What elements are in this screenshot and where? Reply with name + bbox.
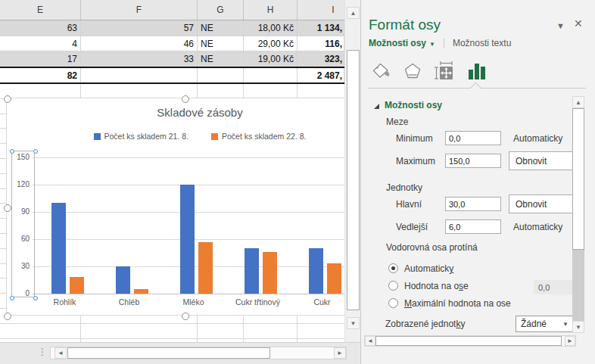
scroll-down-icon[interactable]: ▼ bbox=[572, 321, 584, 333]
scroll-right-icon[interactable]: ► bbox=[334, 347, 346, 359]
minor-unit-input[interactable] bbox=[445, 219, 501, 234]
scroll-up-icon[interactable]: ▲ bbox=[572, 96, 584, 108]
sheet-bottom-bar: ⋮ ◄ ► bbox=[0, 342, 361, 364]
x-axis-category-label[interactable]: Chléb bbox=[98, 297, 161, 306]
cell[interactable]: 29,00 Kč bbox=[244, 36, 298, 51]
cell[interactable]: 1 134, bbox=[298, 20, 344, 36]
chart-selection-handle[interactable] bbox=[4, 204, 11, 212]
major-unit-reset-button[interactable]: Obnovit bbox=[509, 194, 573, 213]
cell[interactable]: 63 bbox=[0, 20, 81, 36]
chart-selection-handle[interactable] bbox=[4, 95, 11, 103]
bar-Chléb-series1[interactable] bbox=[116, 266, 130, 294]
column-header-H[interactable]: H bbox=[244, 0, 298, 20]
column-header-E[interactable]: E bbox=[0, 0, 81, 20]
chart-object[interactable]: Skladové zásoby Počet ks skladem 21. 8. … bbox=[6, 98, 344, 316]
bar-Chléb-series2[interactable] bbox=[134, 289, 148, 294]
x-axis-category-label[interactable]: Cukr třtinový bbox=[226, 297, 290, 306]
bar-Mléko-series2[interactable] bbox=[198, 242, 213, 294]
bar-Cukr-series2[interactable] bbox=[327, 263, 341, 294]
horizontal-scroll-thumb[interactable] bbox=[67, 347, 270, 359]
cell[interactable]: 57 bbox=[81, 20, 198, 36]
radio-axis-value[interactable] bbox=[388, 281, 398, 291]
chevron-down-icon: ▼ bbox=[429, 41, 435, 48]
vertical-scroll-thumb[interactable] bbox=[347, 50, 360, 310]
display-units-dropdown[interactable]: Žádné▼ bbox=[516, 316, 573, 332]
axis-selection-handle[interactable] bbox=[33, 149, 38, 154]
radio-automatic[interactable] bbox=[388, 263, 398, 273]
effects-pentagon-icon[interactable] bbox=[402, 61, 423, 82]
vertical-scroll-thumb[interactable] bbox=[572, 108, 584, 250]
sheet-row: 822 487, bbox=[0, 67, 344, 84]
maximum-reset-button[interactable]: Obnovit bbox=[509, 151, 573, 170]
major-unit-input[interactable] bbox=[445, 197, 501, 211]
column-header-I[interactable]: I bbox=[298, 0, 344, 20]
scroll-up-icon[interactable]: ▲ bbox=[347, 7, 360, 19]
column-header-G[interactable]: G bbox=[198, 0, 244, 20]
cell[interactable]: 18,00 Kč bbox=[244, 20, 298, 36]
legend-item[interactable]: Počet ks skladem 22. 8. bbox=[211, 132, 306, 141]
tab-axis-options[interactable]: Možnosti osy▼ bbox=[369, 38, 435, 48]
x-axis-category-label[interactable]: Mléko bbox=[162, 297, 226, 306]
chart-title[interactable]: Skladové zásoby bbox=[7, 106, 344, 119]
axis-selection-handle[interactable] bbox=[33, 296, 38, 300]
cell[interactable]: 17 bbox=[0, 51, 81, 67]
bar-Cukr-series1[interactable] bbox=[309, 248, 323, 294]
chart-selection-handle[interactable] bbox=[182, 95, 189, 103]
radio-maximum-value[interactable] bbox=[388, 298, 398, 308]
sheet-row: 6357NE18,00 Kč1 134, bbox=[0, 20, 344, 36]
cell[interactable]: 46 bbox=[81, 36, 198, 51]
cell[interactable]: 116, bbox=[298, 36, 344, 51]
cell[interactable]: 19,00 Kč bbox=[244, 51, 298, 67]
size-properties-icon[interactable] bbox=[434, 61, 455, 82]
pane-horizontal-scrollbar[interactable]: ◄ ► bbox=[364, 335, 576, 347]
tab-splitter-handle[interactable]: ⋮ bbox=[38, 347, 47, 357]
legend-label: Počet ks skladem 21. 8. bbox=[104, 132, 188, 141]
cell[interactable]: NE bbox=[198, 51, 244, 67]
bar-Mléko-series1[interactable] bbox=[180, 185, 195, 294]
cell[interactable] bbox=[81, 68, 198, 82]
spreadsheet-grid[interactable]: EFGHI 6357NE18,00 Kč1 134,446NE29,00 Kč1… bbox=[0, 0, 344, 342]
cell[interactable]: NE bbox=[198, 36, 244, 51]
x-axis-category-label[interactable]: Cukr bbox=[291, 297, 345, 306]
chart-selection-handle[interactable] bbox=[4, 313, 11, 320]
bar-Rohlík-series2[interactable] bbox=[70, 277, 84, 294]
scroll-down-icon[interactable]: ▼ bbox=[347, 317, 360, 329]
axis-value-input[interactable]: 0,0 bbox=[534, 280, 575, 294]
minimum-auto-label: Automaticky bbox=[513, 133, 562, 144]
display-units-label: Zobrazené jednotky bbox=[385, 319, 465, 329]
tab-text-options[interactable]: Možnosti textu bbox=[453, 38, 511, 48]
scroll-right-icon[interactable]: ► bbox=[565, 336, 575, 346]
value-axis-selection-box[interactable] bbox=[11, 151, 35, 297]
cell[interactable] bbox=[198, 68, 244, 82]
cell[interactable]: 33 bbox=[81, 51, 198, 67]
cell[interactable]: 4 bbox=[0, 36, 81, 51]
scroll-left-icon[interactable]: ◄ bbox=[365, 336, 375, 346]
chart-legend[interactable]: Počet ks skladem 21. 8. Počet ks skladem… bbox=[7, 132, 344, 141]
pane-vertical-scrollbar[interactable]: ▲ ▼ bbox=[572, 96, 584, 333]
bar-Cukr třtinový-series2[interactable] bbox=[263, 252, 277, 294]
cell[interactable]: 82 bbox=[0, 68, 81, 82]
collapse-triangle-icon[interactable] bbox=[374, 104, 379, 109]
cell[interactable] bbox=[244, 68, 298, 82]
section-axis-options[interactable]: Možnosti osy bbox=[385, 100, 442, 110]
chevron-down-icon[interactable]: ▼ bbox=[556, 21, 565, 30]
x-axis-category-label[interactable]: Rohlík bbox=[33, 297, 97, 306]
cell[interactable]: 2 487, bbox=[298, 68, 344, 82]
minimum-input[interactable] bbox=[445, 131, 501, 145]
bar-Cukr třtinový-series1[interactable] bbox=[245, 248, 259, 294]
axis-selection-handle[interactable] bbox=[10, 149, 14, 154]
close-icon[interactable]: ✕ bbox=[574, 17, 583, 30]
axis-options-chart-icon[interactable] bbox=[466, 61, 488, 82]
legend-item[interactable]: Počet ks skladem 21. 8. bbox=[94, 132, 188, 141]
horizontal-scroll-thumb[interactable] bbox=[375, 336, 562, 346]
sheet-vertical-scrollbar[interactable]: ▲ ▼ bbox=[344, 0, 361, 342]
bar-Rohlík-series1[interactable] bbox=[51, 203, 66, 294]
cell[interactable]: NE bbox=[198, 20, 244, 36]
axis-selection-handle[interactable] bbox=[10, 296, 14, 300]
column-header-F[interactable]: F bbox=[81, 0, 198, 20]
cell[interactable]: 323, bbox=[298, 51, 344, 67]
fill-bucket-icon[interactable] bbox=[370, 61, 391, 82]
scroll-left-icon[interactable]: ◄ bbox=[55, 347, 67, 359]
maximum-input[interactable] bbox=[445, 154, 501, 168]
chart-selection-handle[interactable] bbox=[182, 313, 189, 320]
